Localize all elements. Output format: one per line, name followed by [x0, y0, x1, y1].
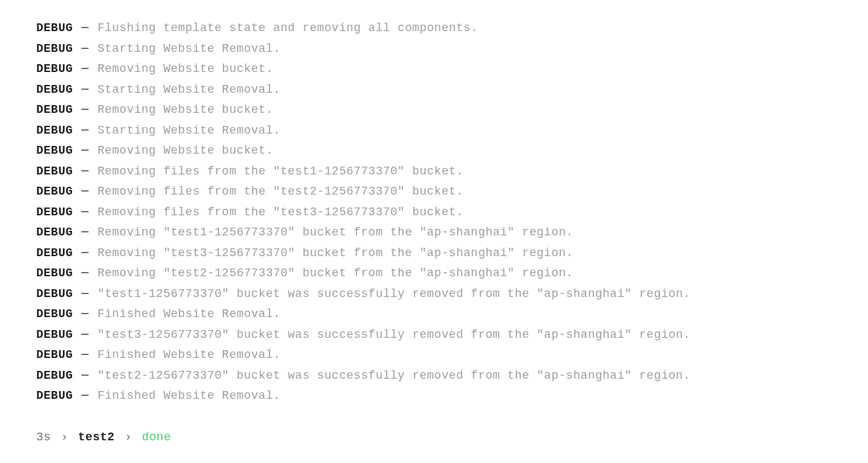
log-separator: ─	[82, 185, 89, 198]
log-line: DEBUG ─ "test2-1256773370" bucket was su…	[36, 366, 868, 386]
log-separator: ─	[82, 42, 89, 55]
log-separator: ─	[82, 226, 89, 239]
log-line: DEBUG ─ Removing Website bucket.	[36, 100, 868, 121]
status-elapsed-time: 3s	[36, 431, 51, 444]
log-level: DEBUG	[36, 124, 73, 137]
log-message: Removing files from the "test1-125677337…	[97, 165, 463, 178]
log-message: Removing Website bucket.	[97, 144, 273, 157]
status-separator: ›	[61, 431, 68, 444]
log-separator: ─	[82, 165, 89, 178]
log-separator: ─	[82, 389, 89, 402]
status-line: 3s › test2 › done	[36, 427, 868, 448]
log-level: DEBUG	[36, 206, 73, 219]
log-message: Starting Website Removal.	[97, 42, 280, 55]
log-separator: ─	[82, 287, 89, 300]
log-level: DEBUG	[36, 328, 73, 341]
status-separator: ›	[124, 431, 131, 444]
log-line: DEBUG ─ Removing "test3-1256773370" buck…	[36, 243, 868, 264]
log-level: DEBUG	[36, 246, 73, 259]
log-line: DEBUG ─ "test1-1256773370" bucket was su…	[36, 284, 868, 305]
log-level: DEBUG	[36, 389, 73, 402]
log-output: DEBUG ─ Flushing template state and remo…	[36, 18, 868, 407]
log-level: DEBUG	[36, 83, 73, 96]
log-separator: ─	[82, 348, 89, 361]
log-message: Flushing template state and removing all…	[97, 21, 478, 34]
log-level: DEBUG	[36, 226, 73, 239]
log-separator: ─	[82, 369, 89, 382]
log-line: DEBUG ─ Finished Website Removal.	[36, 304, 868, 325]
log-message: Removing files from the "test2-125677337…	[97, 185, 463, 198]
log-message: "test2-1256773370" bucket was successful…	[97, 369, 690, 382]
log-level: DEBUG	[36, 42, 73, 55]
log-separator: ─	[82, 246, 89, 259]
log-line: DEBUG ─ Starting Website Removal.	[36, 80, 868, 101]
log-message: Removing Website bucket.	[97, 103, 273, 116]
log-line: DEBUG ─ Starting Website Removal.	[36, 121, 868, 141]
log-message: Removing Website bucket.	[97, 62, 273, 75]
log-message: "test1-1256773370" bucket was successful…	[97, 287, 690, 300]
log-message: Starting Website Removal.	[97, 83, 280, 96]
log-level: DEBUG	[36, 267, 73, 279]
log-level: DEBUG	[36, 185, 73, 198]
log-message: Finished Website Removal.	[97, 389, 280, 402]
log-separator: ─	[82, 307, 89, 320]
log-level: DEBUG	[36, 369, 73, 382]
status-state: done	[142, 431, 171, 444]
log-separator: ─	[82, 62, 89, 75]
log-line: DEBUG ─ Starting Website Removal.	[36, 39, 868, 60]
log-message: Removing "test2-1256773370" bucket from …	[97, 267, 573, 279]
log-message: Removing "test3-1256773370" bucket from …	[97, 246, 573, 259]
log-separator: ─	[82, 21, 89, 34]
log-level: DEBUG	[36, 21, 73, 34]
log-level: DEBUG	[36, 348, 73, 361]
log-message: Starting Website Removal.	[97, 124, 280, 137]
log-level: DEBUG	[36, 62, 73, 75]
log-line: DEBUG ─ "test3-1256773370" bucket was su…	[36, 325, 868, 346]
log-message: Removing files from the "test3-125677337…	[97, 206, 463, 219]
log-message: Finished Website Removal.	[97, 348, 280, 361]
log-line: DEBUG ─ Removing Website bucket.	[36, 59, 868, 80]
log-line: DEBUG ─ Finished Website Removal.	[36, 345, 868, 366]
log-line: DEBUG ─ Removing files from the "test1-1…	[36, 161, 868, 182]
log-separator: ─	[82, 144, 89, 157]
status-component-name: test2	[78, 431, 115, 444]
log-line: DEBUG ─ Flushing template state and remo…	[36, 18, 868, 39]
log-level: DEBUG	[36, 165, 73, 178]
log-message: Removing "test1-1256773370" bucket from …	[97, 226, 573, 239]
log-separator: ─	[82, 206, 89, 219]
log-line: DEBUG ─ Removing "test1-1256773370" buck…	[36, 222, 868, 243]
log-level: DEBUG	[36, 144, 73, 157]
log-line: DEBUG ─ Removing Website bucket.	[36, 141, 868, 161]
log-level: DEBUG	[36, 103, 73, 116]
log-line: DEBUG ─ Removing "test2-1256773370" buck…	[36, 263, 868, 284]
log-level: DEBUG	[36, 287, 73, 300]
log-line: DEBUG ─ Removing files from the "test3-1…	[36, 202, 868, 223]
log-line: DEBUG ─ Removing files from the "test2-1…	[36, 182, 868, 202]
log-separator: ─	[82, 124, 89, 137]
log-line: DEBUG ─ Finished Website Removal.	[36, 386, 868, 407]
log-message: Finished Website Removal.	[97, 307, 280, 320]
log-separator: ─	[82, 267, 89, 279]
log-level: DEBUG	[36, 307, 73, 320]
log-separator: ─	[82, 103, 89, 116]
log-separator: ─	[82, 328, 89, 341]
log-message: "test3-1256773370" bucket was successful…	[97, 328, 690, 341]
log-separator: ─	[82, 83, 89, 96]
